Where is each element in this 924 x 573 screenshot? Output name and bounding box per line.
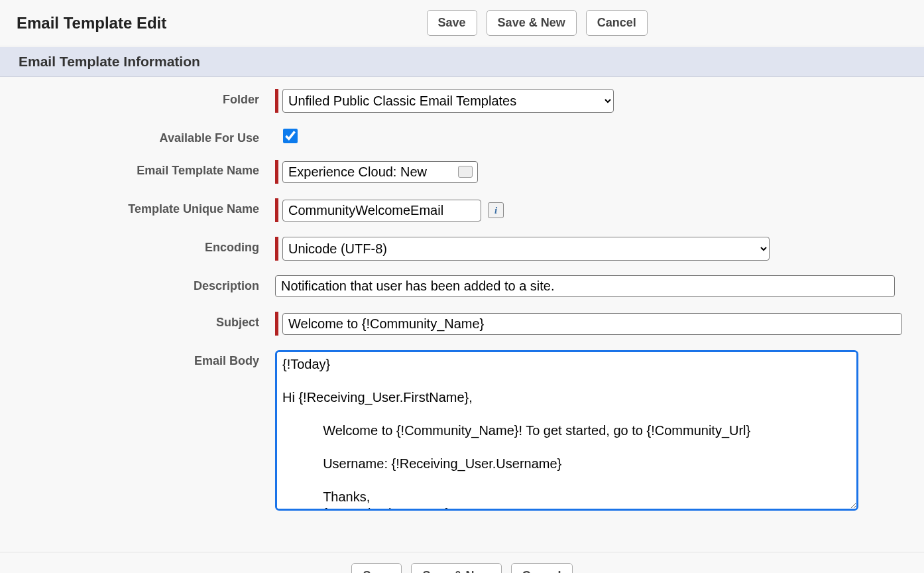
section-header-info: Email Template Information xyxy=(0,46,924,77)
info-icon[interactable]: i xyxy=(488,202,504,218)
required-indicator xyxy=(275,198,278,222)
folder-select[interactable]: Unfiled Public Classic Email Templates xyxy=(282,89,614,113)
row-subject: Subject xyxy=(13,312,911,336)
page-title: Email Template Edit xyxy=(17,14,166,32)
label-template-name: Email Template Name xyxy=(13,160,275,178)
label-description: Description xyxy=(13,275,275,293)
row-template-name: Email Template Name xyxy=(13,160,911,184)
save-and-new-button[interactable]: Save & New xyxy=(487,10,577,36)
label-encoding: Encoding xyxy=(13,237,275,255)
save-button[interactable]: Save xyxy=(427,10,477,36)
form-area: Folder Unfiled Public Classic Email Temp… xyxy=(0,77,924,552)
footer-button-row: Save Save & New Cancel xyxy=(0,552,924,573)
label-folder: Folder xyxy=(13,89,275,107)
email-template-name-input[interactable] xyxy=(282,161,478,183)
row-body: Email Body xyxy=(13,350,911,511)
required-indicator xyxy=(275,160,278,184)
required-indicator xyxy=(275,237,278,261)
required-indicator xyxy=(275,312,278,336)
template-unique-name-input[interactable] xyxy=(282,200,481,222)
subject-input[interactable] xyxy=(282,313,902,335)
row-available: Available For Use xyxy=(13,127,911,145)
header-bar: Email Template Edit Save Save & New Canc… xyxy=(0,0,924,46)
required-indicator xyxy=(275,89,278,113)
label-unique-name: Template Unique Name xyxy=(13,198,275,216)
description-input[interactable] xyxy=(275,275,895,297)
cancel-button[interactable]: Cancel xyxy=(586,10,648,36)
email-body-textarea[interactable] xyxy=(275,350,858,511)
header-button-row: Save Save & New Cancel xyxy=(166,10,907,36)
encoding-select[interactable]: Unicode (UTF-8) xyxy=(282,237,770,261)
label-available: Available For Use xyxy=(13,127,275,145)
label-subject: Subject xyxy=(13,312,275,330)
row-unique-name: Template Unique Name i xyxy=(13,198,911,222)
cancel-button-footer[interactable]: Cancel xyxy=(511,563,573,573)
row-encoding: Encoding Unicode (UTF-8) xyxy=(13,237,911,261)
row-folder: Folder Unfiled Public Classic Email Temp… xyxy=(13,89,911,113)
available-for-use-checkbox[interactable] xyxy=(283,129,298,143)
row-description: Description xyxy=(13,275,911,297)
label-body: Email Body xyxy=(13,350,275,368)
save-and-new-button-footer[interactable]: Save & New xyxy=(411,563,501,573)
save-button-footer[interactable]: Save xyxy=(351,563,402,573)
